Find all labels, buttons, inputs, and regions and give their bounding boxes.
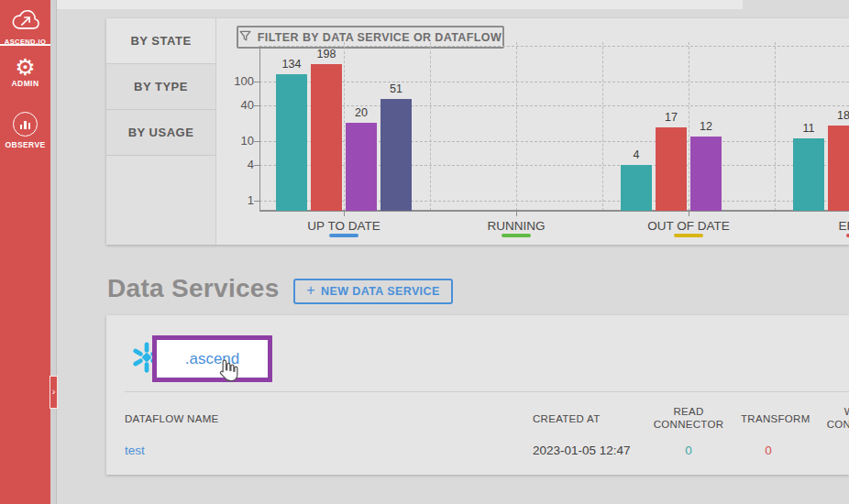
observe-chart-icon xyxy=(13,112,38,137)
chart-tabs: BY STATE BY TYPE BY USAGE xyxy=(106,18,216,245)
sidebar-item-observe[interactable]: OBSERVE xyxy=(0,112,50,149)
data-service-card: .ascend DATAFLOW NAME CREATED AT READ CO… xyxy=(106,315,849,475)
observe-dashboard: ASCEND.IO ⚙ ADMIN OBSERVE › BY STATE BY … xyxy=(0,0,849,504)
funnel-filter-icon xyxy=(239,30,251,45)
col-transform: TRANSFORM xyxy=(741,413,810,424)
bar[interactable] xyxy=(346,123,377,211)
transform-count[interactable]: 0 xyxy=(741,444,796,457)
table-header-divider xyxy=(125,391,849,392)
dataflow-link-test[interactable]: test xyxy=(125,444,145,457)
observe-chart-card: BY STATE BY TYPE BY USAGE FILTER BY DATA… xyxy=(106,18,849,245)
sidebar-item-admin[interactable]: ⚙ ADMIN xyxy=(0,55,50,88)
filter-by-dataservice-button[interactable]: FILTER BY DATA SERVICE OR DATAFLOW xyxy=(237,26,504,49)
new-data-service-label: NEW DATA SERVICE xyxy=(321,285,440,298)
bar[interactable] xyxy=(656,127,687,211)
col-write-connector: WRITE CONNECTOR xyxy=(821,405,849,432)
bar[interactable] xyxy=(380,99,412,211)
sidebar: ASCEND.IO ⚙ ADMIN OBSERVE xyxy=(0,0,50,504)
col-read-connector: READ CONNECTOR xyxy=(647,405,730,432)
sidebar-item-label: ADMIN xyxy=(0,79,50,88)
sidebar-expand-handle[interactable]: › xyxy=(50,376,58,409)
bar[interactable] xyxy=(793,138,824,211)
page-title: Data Services xyxy=(107,274,280,303)
tour-highlight-box: .ascend xyxy=(152,335,272,382)
cloud-arrow-icon xyxy=(10,20,41,36)
bar[interactable] xyxy=(276,74,307,211)
sidebar-divider-strip xyxy=(50,0,57,504)
tab-by-type[interactable]: BY TYPE xyxy=(106,64,215,110)
tab-by-usage[interactable]: BY USAGE xyxy=(106,110,215,156)
created-at-value: 2023-01-05 12:47 xyxy=(533,444,631,457)
sidebar-item-label: OBSERVE xyxy=(0,140,50,149)
bar[interactable] xyxy=(621,165,652,211)
filter-button-label: FILTER BY DATA SERVICE OR DATAFLOW xyxy=(258,31,502,44)
bar[interactable] xyxy=(828,126,849,211)
hand-cursor-icon xyxy=(217,358,238,387)
sidebar-item-ascend[interactable]: ASCEND.IO xyxy=(0,7,50,46)
tab-by-state[interactable]: BY STATE xyxy=(106,18,215,64)
gear-icon: ⚙ xyxy=(0,55,50,79)
read-connector-count[interactable]: 0 xyxy=(647,444,730,457)
next-data-service-card-edge xyxy=(0,0,743,9)
plus-icon: + xyxy=(306,282,315,299)
col-created-at: CREATED AT xyxy=(533,413,601,424)
bar[interactable] xyxy=(311,64,342,211)
bar[interactable] xyxy=(690,137,722,211)
sidebar-separator xyxy=(0,44,50,46)
chevron-right-icon: › xyxy=(52,386,56,397)
new-data-service-button[interactable]: + NEW DATA SERVICE xyxy=(293,279,453,304)
col-dataflow-name: DATAFLOW NAME xyxy=(125,413,219,424)
